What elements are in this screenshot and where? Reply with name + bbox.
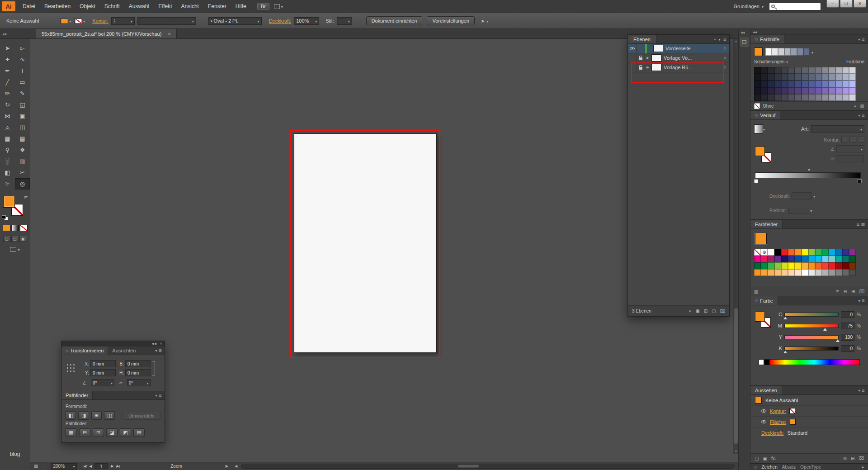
- gradient-stop-end[interactable]: [858, 179, 862, 183]
- prev-artboard-icon[interactable]: ◀: [89, 464, 92, 468]
- type-flyout-icon[interactable]: ▶: [862, 465, 864, 469]
- pathfinder-button[interactable]: ⊟: [79, 428, 90, 437]
- color-swatch[interactable]: [768, 269, 774, 276]
- draw-behind-icon[interactable]: ◳: [11, 236, 19, 242]
- color-swatch[interactable]: [754, 81, 761, 87]
- new-stroke-icon[interactable]: ▢: [755, 456, 759, 461]
- constrain-proportions-icon[interactable]: [152, 361, 155, 375]
- style-dropdown[interactable]: [337, 17, 352, 25]
- appearance-row[interactable]: Fläche:: [750, 417, 868, 427]
- scroll-up-icon[interactable]: ▲: [733, 40, 739, 43]
- color-swatch[interactable]: [842, 67, 849, 74]
- color-swatch[interactable]: [788, 262, 795, 269]
- gradient-slider[interactable]: ◆: [755, 172, 861, 185]
- color-swatch[interactable]: [781, 87, 788, 94]
- layer-row[interactable]: Vorderseite○: [628, 44, 729, 53]
- appearance-stroke-label[interactable]: Kontur:: [770, 408, 786, 414]
- width-profile-dropdown[interactable]: [137, 17, 196, 25]
- variation-swatch[interactable]: [797, 48, 803, 56]
- tab-transformieren[interactable]: ◇Transformieren: [61, 347, 108, 355]
- stroke-color-swatch[interactable]: [75, 18, 82, 24]
- color-swatch[interactable]: [802, 256, 808, 262]
- menu-datei[interactable]: Datei: [18, 0, 40, 13]
- c-slider[interactable]: [784, 313, 839, 317]
- color-swatch[interactable]: [829, 269, 835, 276]
- preferences-button[interactable]: Voreinstellungen: [427, 16, 474, 25]
- pathfinder-button[interactable]: ◪: [106, 428, 118, 437]
- color-swatch[interactable]: [849, 269, 856, 276]
- color-swatch[interactable]: [774, 74, 781, 81]
- color-swatch[interactable]: [802, 74, 808, 81]
- color-swatch[interactable]: [829, 74, 835, 81]
- layer-name[interactable]: Vorderseite: [665, 46, 724, 51]
- color-swatch[interactable]: [781, 269, 788, 276]
- color-swatch[interactable]: [822, 269, 829, 276]
- scale-tool[interactable]: ◱: [15, 99, 30, 110]
- color-swatch[interactable]: [754, 67, 761, 74]
- status-arrow-icon[interactable]: →: [42, 464, 46, 469]
- arrange-documents-icon[interactable]: [274, 4, 283, 9]
- color-swatch[interactable]: [754, 87, 761, 94]
- expand-dock-icon[interactable]: ◀◀: [739, 29, 750, 34]
- collapse-window-icon[interactable]: ◀◀: [151, 342, 156, 346]
- appearance-row[interactable]: Kontur:: [750, 406, 868, 417]
- color-swatch[interactable]: [815, 87, 822, 94]
- horizontal-scroll-thumb[interactable]: [458, 465, 479, 468]
- color-swatch[interactable]: [802, 262, 808, 269]
- color-swatch[interactable]: [802, 269, 808, 276]
- tab-aussehen[interactable]: Aussehen: [750, 386, 782, 394]
- color-swatch[interactable]: [842, 262, 849, 269]
- appearance-opacity-label[interactable]: Deckkraft:: [761, 430, 784, 436]
- stroke-gradient-along-icon[interactable]: [849, 137, 856, 142]
- color-swatch[interactable]: [781, 249, 788, 256]
- expand-button[interactable]: Umwandeln: [123, 412, 160, 420]
- color-swatch[interactable]: [849, 81, 856, 87]
- close-button[interactable]: ✕: [854, 0, 866, 8]
- color-swatch[interactable]: [802, 94, 808, 101]
- layer-row[interactable]: ▶Vorlage Rü...○: [628, 63, 729, 72]
- variation-swatch[interactable]: [772, 48, 778, 56]
- color-swatch[interactable]: [795, 74, 802, 81]
- artboard-number-field[interactable]: 1: [94, 463, 108, 469]
- color-swatch[interactable]: [815, 74, 822, 81]
- screen-mode-button[interactable]: [0, 247, 30, 252]
- current-swatch[interactable]: [755, 233, 767, 244]
- color-swatch[interactable]: [761, 67, 768, 74]
- color-swatch[interactable]: [835, 269, 842, 276]
- hscroll-left-icon[interactable]: ◀: [235, 464, 237, 468]
- color-swatch[interactable]: [835, 67, 842, 74]
- color-swatch[interactable]: [829, 256, 835, 262]
- gradient-aspect-field[interactable]: [836, 155, 864, 162]
- panel-menu-icon[interactable]: ≣: [155, 347, 165, 355]
- color-swatch[interactable]: [781, 81, 788, 87]
- tab-ebenen[interactable]: Ebenen: [628, 35, 656, 43]
- color-swatch[interactable]: [822, 81, 829, 87]
- hand-tool[interactable]: ☞: [0, 178, 15, 190]
- color-swatch[interactable]: [808, 81, 815, 87]
- opacity-label[interactable]: Deckkraft:: [269, 18, 292, 24]
- pathfinder-button[interactable]: ▦: [66, 428, 77, 437]
- color-swatch[interactable]: [808, 249, 815, 256]
- color-swatch[interactable]: [781, 94, 788, 101]
- menu-objekt[interactable]: Objekt: [75, 0, 100, 13]
- color-swatch[interactable]: [808, 94, 815, 101]
- menu-hilfe[interactable]: Hilfe: [231, 0, 251, 13]
- color-swatch[interactable]: [808, 269, 815, 276]
- stroke-gradient-within-icon[interactable]: [841, 137, 848, 142]
- eyedropper-tool[interactable]: ⚲: [0, 144, 15, 156]
- bridge-button[interactable]: Br: [257, 3, 269, 10]
- color-swatch[interactable]: [842, 94, 849, 101]
- color-swatch[interactable]: [815, 94, 822, 101]
- color-swatch[interactable]: [822, 94, 829, 101]
- color-swatch[interactable]: [829, 262, 835, 269]
- appearance-row[interactable]: Deckkraft: Standard: [750, 427, 868, 438]
- target-circle-icon[interactable]: ○: [724, 65, 726, 70]
- save-group-icon[interactable]: ▥: [860, 104, 864, 109]
- color-swatch[interactable]: [761, 94, 768, 101]
- tab-ausrichten[interactable]: Ausrichten: [108, 347, 140, 355]
- mesh-tool[interactable]: ▦: [0, 133, 15, 144]
- perspective-grid-tool[interactable]: ◫: [15, 122, 30, 133]
- menu-schrift[interactable]: Schrift: [100, 0, 124, 13]
- rotate-tool[interactable]: ↻: [0, 99, 15, 110]
- color-swatch[interactable]: [835, 81, 842, 87]
